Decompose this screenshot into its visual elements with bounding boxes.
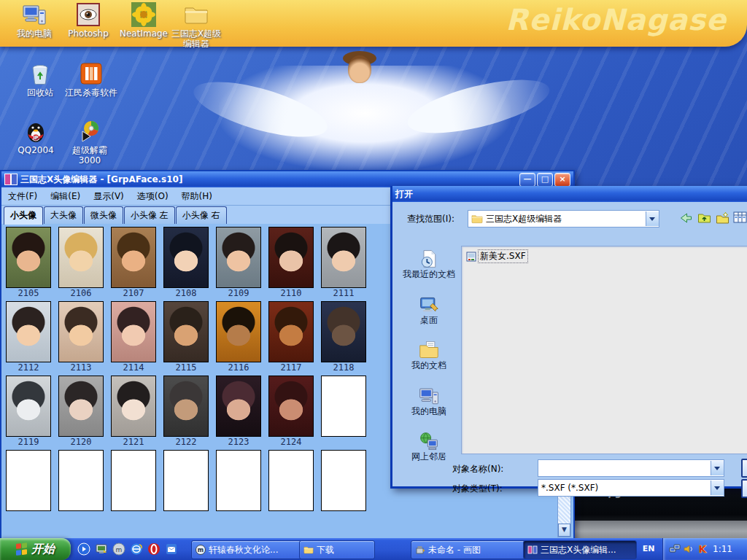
empty-face-slot[interactable] (268, 450, 314, 522)
file-item[interactable]: 新美女.SXF (466, 249, 528, 263)
maximize-button[interactable]: □ (537, 173, 553, 187)
maxthon-icon[interactable]: m (112, 542, 125, 556)
desktop-icon-photoshop-eye[interactable]: Photoshp (60, 2, 117, 39)
empty-face-slot[interactable] (216, 450, 261, 522)
wallpaper-brand-text: ReikoNagase (506, 3, 727, 36)
empty-face-slot[interactable] (6, 450, 51, 522)
face-thumbnail[interactable]: 2118 (321, 301, 366, 373)
start-button[interactable]: 开始 (0, 538, 71, 560)
face-image (163, 301, 209, 362)
face-thumbnail[interactable]: 2117 (268, 301, 314, 373)
network-tray-icon[interactable] (669, 543, 681, 555)
cancel-button-partial[interactable] (741, 479, 747, 498)
face-id: 2113 (58, 362, 104, 373)
face-image (111, 376, 156, 437)
desktop-icon-media-disc[interactable]: 超级解霸3000 (61, 119, 118, 166)
view-menu-icon[interactable] (733, 211, 747, 225)
face-id: 2118 (321, 362, 366, 373)
task-button[interactable]: m轩辕春秋文化论... (191, 540, 302, 559)
empty-face-slot[interactable] (58, 450, 104, 522)
face-thumbnail[interactable]: 2124 (268, 376, 314, 448)
desktop-icon-neatimage-flower[interactable]: NeatImage (115, 2, 172, 39)
empty-face-slot[interactable] (163, 450, 209, 522)
empty-face-id (321, 511, 366, 522)
mail-icon[interactable] (165, 542, 178, 556)
task-button[interactable]: 下载 (299, 540, 375, 559)
file-type-combobox[interactable]: *.SXF (*.SXF) (538, 479, 724, 497)
face-thumbnail[interactable]: 2111 (321, 227, 366, 299)
tab-小头像 左[interactable]: 小头像 左 (124, 206, 175, 224)
place-my-computer[interactable]: 我的电脑 (411, 386, 446, 416)
menu-item[interactable]: 文件(F) (1, 190, 44, 203)
place-my-documents[interactable]: 我的文档 (411, 340, 446, 370)
svg-text:K: K (699, 543, 708, 555)
open-button-partial[interactable] (741, 459, 747, 478)
place-network-place[interactable]: 网上邻居 (411, 431, 446, 462)
empty-face-image (216, 450, 261, 511)
place-recent-docs[interactable]: 我最近的文档 (403, 249, 455, 279)
dropdown-arrow[interactable] (711, 461, 724, 475)
face-thumbnail[interactable]: 2116 (216, 301, 261, 373)
network-place-icon (418, 431, 440, 451)
new-folder-icon[interactable] (715, 211, 730, 225)
face-thumbnail[interactable]: 2108 (163, 227, 209, 299)
face-thumbnail[interactable]: 2112 (6, 301, 51, 373)
language-indicator[interactable]: EN (638, 542, 659, 556)
up-folder-icon[interactable] (697, 211, 712, 225)
desktop-icon-qq-penguin[interactable]: IPQQ2004 (7, 119, 64, 155)
face-thumbnail[interactable]: 2107 (111, 227, 156, 299)
look-in-combobox[interactable]: 三国志X超级编辑器 (468, 210, 659, 228)
face-thumbnail[interactable]: 2113 (58, 301, 104, 373)
editor-titlebar[interactable]: 三国志X头像编辑器 - [GrpAFace.s10] — □ × (1, 171, 573, 187)
face-thumbnail[interactable]: 2123 (216, 376, 261, 448)
file-list[interactable]: 新美女.SXF (461, 246, 747, 454)
close-button[interactable]: × (554, 173, 570, 187)
opera-icon[interactable] (147, 542, 160, 556)
tab-微头像[interactable]: 微头像 (84, 206, 123, 224)
dropdown-arrow[interactable] (646, 211, 659, 226)
face-thumbnail[interactable]: 2110 (268, 227, 314, 299)
face-thumbnail[interactable]: 2106 (58, 227, 104, 299)
tab-小头像 右[interactable]: 小头像 右 (176, 206, 227, 224)
menu-item[interactable]: 选项(O) (131, 190, 175, 203)
qq-penguin-icon: IP (23, 119, 48, 144)
place-label: 网上邻居 (411, 452, 446, 462)
scroll-down-arrow[interactable]: ▼ (558, 524, 570, 537)
empty-face-slot[interactable] (321, 450, 366, 522)
tab-大头像[interactable]: 大头像 (44, 206, 83, 224)
desktop-icon-antivirus[interactable]: 江民杀毒软件 (63, 61, 120, 98)
desktop-icon-my-computer[interactable]: 我的电脑 (6, 2, 63, 39)
tab-小头像[interactable]: 小头像 (4, 206, 43, 225)
volume-icon[interactable] (683, 543, 694, 555)
face-thumbnail[interactable]: 2114 (111, 301, 156, 373)
place-desktop-place[interactable]: 桌面 (418, 295, 440, 325)
face-thumbnail[interactable]: 2121 (111, 376, 156, 448)
media-disc-icon (77, 119, 102, 144)
minimize-button[interactable]: — (519, 173, 535, 187)
face-thumbnail[interactable]: 2105 (6, 227, 51, 299)
desktop-icon-recycle-bin[interactable]: 回收站 (12, 61, 69, 98)
file-type-value: *.SXF (*.SXF) (541, 483, 711, 493)
paint-icon (415, 545, 425, 555)
desktop-icon-folder[interactable]: 三国志X超级编辑器 (168, 2, 225, 49)
ie-icon[interactable] (130, 542, 143, 556)
empty-face-slot[interactable] (321, 376, 366, 448)
dialog-titlebar[interactable]: 打开 (392, 186, 747, 202)
task-button[interactable]: 未命名 - 画图 (411, 540, 526, 559)
task-button[interactable]: 三国志X头像编辑... (523, 540, 637, 559)
face-thumbnail[interactable]: 2119 (6, 376, 51, 448)
media-player-icon[interactable] (77, 542, 90, 556)
file-name-combobox[interactable] (538, 459, 724, 477)
kingsoft-icon[interactable]: K (697, 543, 708, 555)
back-icon[interactable] (678, 211, 694, 225)
menu-item[interactable]: 显示(V) (87, 190, 131, 203)
dropdown-arrow[interactable] (711, 481, 724, 495)
menu-item[interactable]: 帮助(H) (175, 190, 219, 203)
face-thumbnail[interactable]: 2115 (163, 301, 209, 373)
face-thumbnail[interactable]: 2109 (216, 227, 261, 299)
face-thumbnail[interactable]: 2120 (58, 376, 104, 448)
empty-face-slot[interactable] (111, 450, 156, 522)
face-thumbnail[interactable]: 2122 (163, 376, 209, 448)
show-desktop-icon[interactable] (95, 542, 108, 556)
menu-item[interactable]: 编辑(E) (44, 190, 87, 203)
